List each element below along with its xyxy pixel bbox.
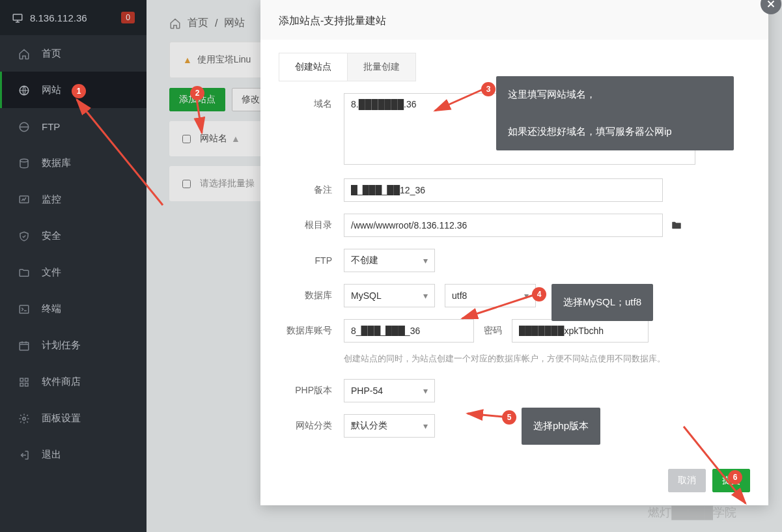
db-account-input[interactable] [344,319,474,343]
remark-input[interactable] [344,178,663,202]
database-charset-select[interactable]: utf8 ▾ [445,284,536,307]
chevron-down-icon: ▾ [423,385,428,396]
database-type-value: MySQL [351,290,382,301]
tab-batch-create[interactable]: 批量创建 [348,53,415,81]
cancel-button[interactable]: 取消 [668,469,706,492]
row-remark: 备注 [279,178,750,202]
annotation-tip-4: 选择MySQL；utf8 [552,284,653,321]
row-database: 数据库 MySQL ▾ utf8 ▾ [279,284,750,307]
chevron-down-icon: ▾ [423,290,428,301]
label-password: 密码 [484,325,502,337]
label-ftp: FTP [279,255,344,266]
watermark: 燃灯█████学院 [648,505,736,520]
chevron-down-icon: ▾ [423,421,428,431]
browse-folder-icon[interactable] [671,219,682,231]
label-domain: 域名 [279,93,344,110]
db-password-input[interactable] [512,319,649,343]
root-input[interactable] [344,214,663,237]
dialog-footer: 取消 提交 [260,456,768,505]
ftp-select[interactable]: 不创建 ▾ [344,249,435,272]
ftp-value: 不创建 [351,255,378,266]
category-select[interactable]: 默认分类 ▾ [344,414,435,438]
php-version-value: PHP-54 [351,385,383,396]
annotation-badge-6: 6 [728,470,742,484]
category-value: 默认分类 [351,420,387,432]
label-database: 数据库 [279,290,344,301]
dialog-title: 添加站点-支持批量建站 [260,0,768,40]
row-root: 根目录 [279,214,750,237]
row-db-account: 数据库账号 密码 [279,319,750,343]
php-version-select[interactable]: PHP-54 ▾ [344,379,435,402]
annotation-tip-5: 选择php版本 [522,408,600,445]
annotation-badge-5: 5 [502,410,516,425]
annotation-badge-1: 1 [72,84,86,98]
label-remark: 备注 [279,184,344,196]
dialog-tabs: 创建站点 批量创建 [279,53,416,81]
annotation-badge-2: 2 [190,86,204,100]
chevron-down-icon: ▾ [423,255,428,266]
tab-create-site[interactable]: 创建站点 [279,53,348,81]
annotation-tip-3: 这里填写网站域名， 如果还没想好域名，填写服务器公网ip [496,76,734,150]
annotation-badge-3: 3 [481,82,496,96]
database-type-select[interactable]: MySQL ▾ [344,284,435,307]
database-charset-value: utf8 [452,290,467,301]
label-category: 网站分类 [279,420,344,432]
chevron-down-icon: ▾ [524,290,529,301]
annotation-badge-4: 4 [532,287,546,301]
close-icon [765,0,777,10]
db-hint: 创建站点的同时，为站点创建一个对应的数据库帐户，方便不同站点使用不同数据库。 [344,353,665,365]
label-php: PHP版本 [279,385,344,397]
row-ftp: FTP 不创建 ▾ [279,249,750,272]
label-db-account: 数据库账号 [279,325,344,337]
label-root: 根目录 [279,219,344,231]
row-php: PHP版本 PHP-54 ▾ [279,379,750,402]
